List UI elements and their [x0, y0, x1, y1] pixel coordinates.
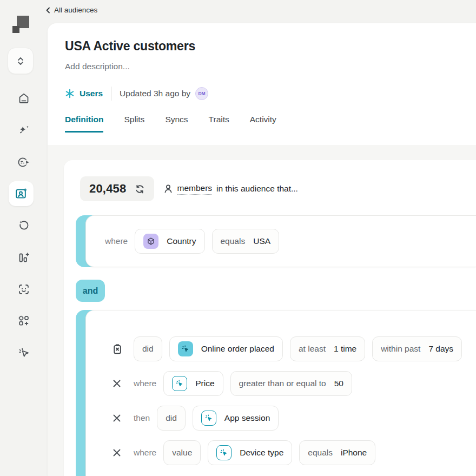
property-button-price[interactable]: Price	[163, 371, 223, 396]
event-button-online-order[interactable]: Online order placed	[169, 336, 283, 361]
event-label: App session	[224, 413, 270, 423]
remove-condition-button[interactable]	[111, 413, 127, 424]
operator-button-device-type[interactable]: equals iPhone	[299, 440, 375, 465]
home-icon	[17, 92, 30, 105]
tab-traits[interactable]: Traits	[209, 115, 229, 133]
condition-label: where	[134, 379, 156, 388]
trash-icon	[111, 343, 123, 355]
workspace-switcher-button[interactable]	[8, 48, 34, 74]
condition-label: then	[134, 413, 150, 423]
sidebar-item-catalog[interactable]	[0, 314, 48, 327]
main-panel: USA Active customers Add description... …	[48, 23, 476, 476]
delete-condition-button[interactable]	[111, 343, 127, 355]
member-count-row: 20,458 members	[80, 176, 476, 201]
time-window-button[interactable]: within past 7 days	[372, 336, 462, 361]
magic-cursor-icon	[17, 346, 30, 359]
event-row: did Online order placed	[111, 336, 476, 361]
value-type-button[interactable]: value	[163, 440, 201, 465]
event-button-app-session[interactable]: App session	[193, 406, 279, 431]
event-cursor-icon	[216, 445, 232, 460]
condition-group-1: where Country equals	[76, 215, 476, 267]
definition-card: 20,458 members	[64, 160, 476, 476]
operator-muted: greater than or equal to	[239, 379, 326, 388]
tab-definition[interactable]: Definition	[65, 115, 103, 133]
sidebar-item-profiles[interactable]	[0, 156, 48, 169]
operator-value: 50	[334, 379, 343, 388]
avatar[interactable]: DM	[195, 87, 208, 100]
audience-card-icon	[15, 187, 28, 200]
sidebar-item-identity[interactable]	[0, 283, 48, 296]
operator-button-country[interactable]: equals USA	[212, 229, 280, 254]
frequency-button[interactable]: at least 1 time	[290, 336, 365, 361]
window-muted: within past	[381, 344, 420, 354]
then-row: then did App session	[111, 406, 476, 431]
members-link[interactable]: members	[177, 183, 213, 195]
close-icon	[111, 413, 122, 424]
filter-row-price: where Price greater than or equ	[111, 371, 476, 396]
breadcrumb-label: All audiences	[54, 6, 97, 14]
and-connector[interactable]: and	[76, 280, 105, 302]
condition-label: where	[105, 236, 128, 246]
property-button-country[interactable]: Country	[135, 229, 204, 254]
operator-muted: equals	[221, 236, 246, 246]
bar-chart-plus-icon	[17, 251, 30, 264]
refresh-icon	[135, 184, 145, 194]
refresh-button[interactable]	[135, 184, 145, 194]
condition-label: where	[134, 448, 156, 458]
operator-muted: equals	[308, 448, 333, 458]
frequency-value: 1 time	[334, 344, 356, 354]
loop-sparkle-icon	[17, 219, 30, 232]
face-scan-icon	[17, 283, 30, 296]
cube-icon	[143, 234, 158, 249]
property-label: Country	[167, 236, 196, 246]
members-line: members in this audience that...	[163, 183, 298, 195]
operator-value: iPhone	[341, 448, 367, 458]
verb-button[interactable]: did	[134, 336, 162, 361]
event-cursor-icon	[178, 341, 193, 356]
sidebar-item-audiences[interactable]	[9, 181, 34, 206]
remove-filter-button[interactable]	[111, 378, 127, 389]
sidebar-item-assistant[interactable]	[0, 124, 48, 137]
tab-syncs[interactable]: Syncs	[165, 115, 188, 133]
entity-link[interactable]: Users	[65, 89, 103, 98]
person-icon	[163, 184, 173, 194]
updated-label: Updated 3h ago by	[120, 89, 190, 98]
sidebar-item-analytics[interactable]	[0, 251, 48, 264]
page-title: USA Active customers	[65, 39, 476, 54]
verb-label: did	[142, 344, 154, 354]
breadcrumb[interactable]: All audiences	[45, 6, 97, 14]
divider	[111, 87, 111, 101]
value-type-label: value	[172, 448, 192, 458]
chevron-up-down-icon	[16, 56, 25, 67]
shapes-plus-icon	[17, 314, 30, 327]
property-label: Device type	[240, 448, 283, 458]
tab-splits[interactable]: Splits	[124, 115, 144, 133]
filter-row-device: where value Device type	[111, 440, 476, 465]
definition-section: 20,458 members	[48, 145, 476, 476]
entity-label: Users	[80, 89, 103, 98]
verb-button[interactable]: did	[157, 406, 186, 431]
description-placeholder[interactable]: Add description...	[65, 62, 476, 71]
operator-value: USA	[253, 236, 270, 246]
sidebar-item-home[interactable]	[0, 92, 48, 105]
window-value: 7 days	[428, 344, 453, 354]
tab-bar: Definition Splits Syncs Traits Activity	[65, 115, 476, 133]
sidebar-item-automations[interactable]	[0, 346, 48, 359]
frequency-muted: at least	[299, 344, 326, 354]
close-icon	[111, 378, 122, 389]
remove-filter-button[interactable]	[111, 447, 127, 458]
sidebar-item-connections[interactable]	[0, 219, 48, 232]
property-label: Price	[195, 379, 214, 388]
sidebar	[0, 0, 48, 476]
operator-button-price[interactable]: greater than or equal to 50	[230, 371, 352, 396]
property-button-device-type[interactable]: Device type	[208, 440, 292, 465]
updated-text: Updated 3h ago by DM	[120, 87, 208, 100]
ai-sparkle-icon	[17, 124, 30, 137]
verb-label: did	[166, 413, 177, 423]
event-cursor-icon	[172, 376, 187, 391]
close-icon	[111, 447, 122, 458]
event-label: Online order placed	[201, 344, 274, 354]
meta-row: Users Updated 3h ago by DM	[65, 87, 476, 101]
tab-activity[interactable]: Activity	[250, 115, 276, 133]
members-suffix: in this audience that...	[216, 184, 298, 194]
